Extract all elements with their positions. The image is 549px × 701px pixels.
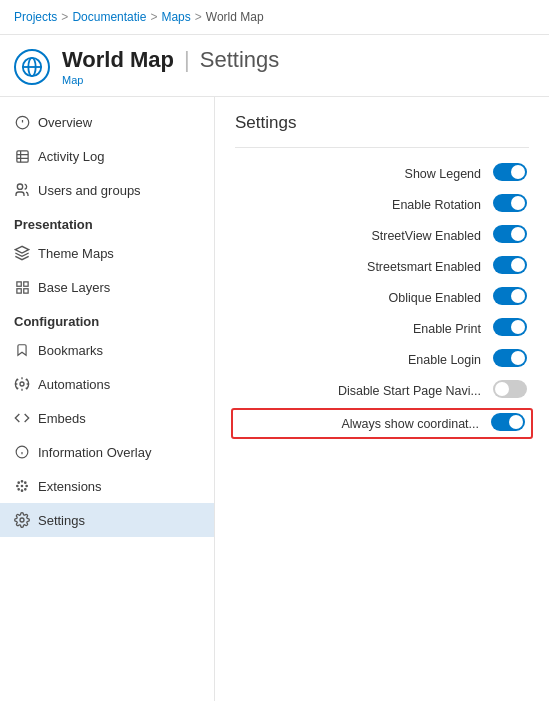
information-overlay-icon <box>14 444 30 460</box>
page-header: World Map | Settings Map <box>0 35 549 97</box>
activity-log-icon <box>14 148 30 164</box>
settings-toggle-streetview-enabled[interactable] <box>493 225 529 246</box>
sidebar-item-embeds[interactable]: Embeds <box>0 401 214 435</box>
settings-toggle-disable-start-page[interactable] <box>493 380 529 401</box>
sidebar-item-theme-maps[interactable]: Theme Maps <box>0 236 214 270</box>
sidebar-label-settings: Settings <box>38 513 85 528</box>
bookmarks-icon <box>14 342 30 358</box>
settings-toggle-streetsmart-enabled[interactable] <box>493 256 529 277</box>
svg-rect-13 <box>23 281 27 285</box>
users-icon <box>14 182 30 198</box>
sidebar-label-activity-log: Activity Log <box>38 149 104 164</box>
sidebar: Overview Activity Log <box>0 97 215 701</box>
settings-toggle-always-show-coordinates[interactable] <box>491 413 527 434</box>
sidebar-item-bookmarks[interactable]: Bookmarks <box>0 333 214 367</box>
main-content: Settings Show LegendEnable RotationStree… <box>215 97 549 701</box>
section-configuration: Configuration <box>0 304 214 333</box>
sidebar-label-overview: Overview <box>38 115 92 130</box>
settings-row-enable-print: Enable Print <box>235 313 529 344</box>
settings-toggle-enable-print[interactable] <box>493 318 529 339</box>
page-section: Settings <box>200 47 280 73</box>
sidebar-item-users-groups[interactable]: Users and groups <box>0 173 214 207</box>
settings-row-streetview-enabled: StreetView Enabled <box>235 220 529 251</box>
settings-rows-container: Show LegendEnable RotationStreetView Ena… <box>235 158 529 439</box>
sidebar-label-users-groups: Users and groups <box>38 183 141 198</box>
settings-icon <box>14 512 30 528</box>
settings-row-show-legend: Show Legend <box>235 158 529 189</box>
settings-label-show-legend: Show Legend <box>235 167 481 181</box>
svg-rect-14 <box>23 288 27 292</box>
page-subtitle: Map <box>62 74 279 86</box>
sidebar-item-overview[interactable]: Overview <box>0 105 214 139</box>
sidebar-label-information-overlay: Information Overlay <box>38 445 151 460</box>
settings-row-always-show-coordinates: Always show coordinat... <box>231 408 533 439</box>
sidebar-item-automations[interactable]: Automations <box>0 367 214 401</box>
sidebar-label-theme-maps: Theme Maps <box>38 246 114 261</box>
settings-heading: Settings <box>235 113 529 133</box>
settings-toggle-oblique-enabled[interactable] <box>493 287 529 308</box>
sidebar-label-embeds: Embeds <box>38 411 86 426</box>
overview-icon <box>14 114 30 130</box>
sidebar-item-settings[interactable]: Settings <box>0 503 214 537</box>
settings-toggle-show-legend[interactable] <box>493 163 529 184</box>
main-layout: Overview Activity Log <box>0 97 549 701</box>
sidebar-label-automations: Automations <box>38 377 110 392</box>
theme-maps-icon <box>14 245 30 261</box>
svg-point-21 <box>21 481 22 482</box>
svg-marker-11 <box>15 246 28 253</box>
svg-point-27 <box>18 489 19 490</box>
embeds-icon <box>14 410 30 426</box>
settings-label-enable-rotation: Enable Rotation <box>235 198 481 212</box>
settings-toggle-enable-login[interactable] <box>493 349 529 370</box>
settings-row-enable-login: Enable Login <box>235 344 529 375</box>
page-title: World Map <box>62 47 174 73</box>
breadcrumb: Projects > Documentatie > Maps > World M… <box>0 0 549 35</box>
svg-point-16 <box>20 382 24 386</box>
svg-point-24 <box>26 485 27 486</box>
breadcrumb-documentatie[interactable]: Documentatie <box>72 10 146 24</box>
page-icon <box>14 49 50 85</box>
breadcrumb-current: World Map <box>206 10 264 24</box>
breadcrumb-maps[interactable]: Maps <box>161 10 190 24</box>
settings-label-oblique-enabled: Oblique Enabled <box>235 291 481 305</box>
settings-label-always-show-coordinates: Always show coordinat... <box>237 417 479 431</box>
settings-label-streetview-enabled: StreetView Enabled <box>235 229 481 243</box>
base-layers-icon <box>14 279 30 295</box>
svg-point-10 <box>17 184 22 189</box>
settings-label-enable-login: Enable Login <box>235 353 481 367</box>
settings-label-disable-start-page: Disable Start Page Navi... <box>235 384 481 398</box>
svg-point-29 <box>20 518 24 522</box>
sidebar-label-extensions: Extensions <box>38 479 102 494</box>
settings-divider <box>235 147 529 148</box>
breadcrumb-projects[interactable]: Projects <box>14 10 57 24</box>
sidebar-item-base-layers[interactable]: Base Layers <box>0 270 214 304</box>
svg-rect-6 <box>16 150 27 161</box>
sidebar-item-activity-log[interactable]: Activity Log <box>0 139 214 173</box>
extensions-icon <box>14 478 30 494</box>
settings-row-enable-rotation: Enable Rotation <box>235 189 529 220</box>
sidebar-label-bookmarks: Bookmarks <box>38 343 103 358</box>
settings-label-streetsmart-enabled: Streetsmart Enabled <box>235 260 481 274</box>
svg-point-23 <box>17 485 18 486</box>
svg-point-20 <box>21 485 22 486</box>
automations-icon <box>14 376 30 392</box>
settings-row-disable-start-page: Disable Start Page Navi... <box>235 375 529 406</box>
svg-point-25 <box>18 482 19 483</box>
sidebar-label-base-layers: Base Layers <box>38 280 110 295</box>
settings-toggle-enable-rotation[interactable] <box>493 194 529 215</box>
svg-point-22 <box>21 490 22 491</box>
settings-row-oblique-enabled: Oblique Enabled <box>235 282 529 313</box>
svg-rect-15 <box>16 288 20 292</box>
sidebar-item-extensions[interactable]: Extensions <box>0 469 214 503</box>
svg-point-28 <box>25 482 26 483</box>
settings-row-streetsmart-enabled: Streetsmart Enabled <box>235 251 529 282</box>
svg-rect-12 <box>16 281 20 285</box>
settings-label-enable-print: Enable Print <box>235 322 481 336</box>
svg-point-26 <box>25 489 26 490</box>
section-presentation: Presentation <box>0 207 214 236</box>
sidebar-item-information-overlay[interactable]: Information Overlay <box>0 435 214 469</box>
